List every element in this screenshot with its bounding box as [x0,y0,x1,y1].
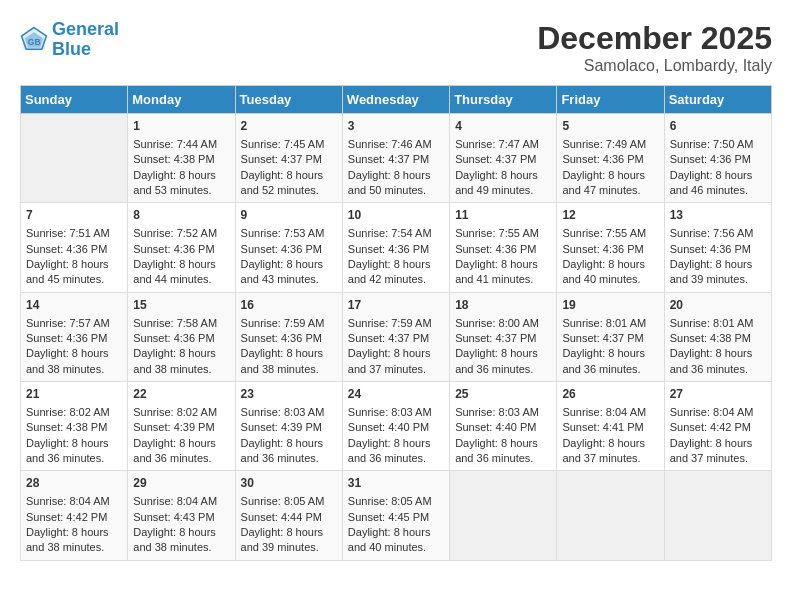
sunset-text: Sunset: 4:36 PM [670,152,766,167]
sunrise-text: Sunrise: 8:02 AM [26,405,122,420]
daylight-text: Daylight: 8 hours and 47 minutes. [562,168,658,199]
daylight-text: Daylight: 8 hours and 49 minutes. [455,168,551,199]
sunset-text: Sunset: 4:37 PM [241,152,337,167]
calendar-cell: 7Sunrise: 7:51 AMSunset: 4:36 PMDaylight… [21,203,128,292]
sunrise-text: Sunrise: 8:03 AM [348,405,444,420]
sunset-text: Sunset: 4:36 PM [562,152,658,167]
calendar-cell: 2Sunrise: 7:45 AMSunset: 4:37 PMDaylight… [235,114,342,203]
sunrise-text: Sunrise: 8:00 AM [455,316,551,331]
calendar-cell: 13Sunrise: 7:56 AMSunset: 4:36 PMDayligh… [664,203,771,292]
sunrise-text: Sunrise: 8:03 AM [455,405,551,420]
day-number: 24 [348,386,444,403]
day-number: 4 [455,118,551,135]
sunset-text: Sunset: 4:37 PM [348,331,444,346]
sunrise-text: Sunrise: 8:04 AM [562,405,658,420]
daylight-text: Daylight: 8 hours and 53 minutes. [133,168,229,199]
sunset-text: Sunset: 4:36 PM [241,242,337,257]
daylight-text: Daylight: 8 hours and 42 minutes. [348,257,444,288]
daylight-text: Daylight: 8 hours and 40 minutes. [348,525,444,556]
calendar-cell: 25Sunrise: 8:03 AMSunset: 4:40 PMDayligh… [450,382,557,471]
day-number: 10 [348,207,444,224]
daylight-text: Daylight: 8 hours and 39 minutes. [241,525,337,556]
sunrise-text: Sunrise: 7:53 AM [241,226,337,241]
sunset-text: Sunset: 4:36 PM [348,242,444,257]
daylight-text: Daylight: 8 hours and 39 minutes. [670,257,766,288]
day-number: 8 [133,207,229,224]
sunset-text: Sunset: 4:44 PM [241,510,337,525]
daylight-text: Daylight: 8 hours and 36 minutes. [348,436,444,467]
day-number: 28 [26,475,122,492]
calendar-cell: 19Sunrise: 8:01 AMSunset: 4:37 PMDayligh… [557,292,664,381]
day-number: 7 [26,207,122,224]
daylight-text: Daylight: 8 hours and 38 minutes. [133,346,229,377]
calendar-week-row: 28Sunrise: 8:04 AMSunset: 4:42 PMDayligh… [21,471,772,560]
location-title: Samolaco, Lombardy, Italy [537,57,772,75]
calendar-week-row: 1Sunrise: 7:44 AMSunset: 4:38 PMDaylight… [21,114,772,203]
calendar-cell: 20Sunrise: 8:01 AMSunset: 4:38 PMDayligh… [664,292,771,381]
sunset-text: Sunset: 4:36 PM [26,331,122,346]
day-number: 14 [26,297,122,314]
day-number: 12 [562,207,658,224]
sunset-text: Sunset: 4:36 PM [26,242,122,257]
sunset-text: Sunset: 4:36 PM [133,331,229,346]
sunrise-text: Sunrise: 7:59 AM [241,316,337,331]
day-number: 29 [133,475,229,492]
day-number: 9 [241,207,337,224]
sunset-text: Sunset: 4:41 PM [562,420,658,435]
calendar-cell: 24Sunrise: 8:03 AMSunset: 4:40 PMDayligh… [342,382,449,471]
sunset-text: Sunset: 4:42 PM [670,420,766,435]
calendar-cell: 15Sunrise: 7:58 AMSunset: 4:36 PMDayligh… [128,292,235,381]
title-area: December 2025 Samolaco, Lombardy, Italy [537,20,772,75]
daylight-text: Daylight: 8 hours and 37 minutes. [670,436,766,467]
sunset-text: Sunset: 4:43 PM [133,510,229,525]
sunrise-text: Sunrise: 8:04 AM [26,494,122,509]
calendar-cell: 21Sunrise: 8:02 AMSunset: 4:38 PMDayligh… [21,382,128,471]
sunrise-text: Sunrise: 8:02 AM [133,405,229,420]
calendar-cell: 3Sunrise: 7:46 AMSunset: 4:37 PMDaylight… [342,114,449,203]
daylight-text: Daylight: 8 hours and 38 minutes. [241,346,337,377]
sunset-text: Sunset: 4:38 PM [26,420,122,435]
calendar-cell: 6Sunrise: 7:50 AMSunset: 4:36 PMDaylight… [664,114,771,203]
calendar-header-row: SundayMondayTuesdayWednesdayThursdayFrid… [21,86,772,114]
daylight-text: Daylight: 8 hours and 37 minutes. [348,346,444,377]
sunset-text: Sunset: 4:37 PM [455,152,551,167]
sunrise-text: Sunrise: 7:54 AM [348,226,444,241]
day-number: 16 [241,297,337,314]
calendar-cell: 27Sunrise: 8:04 AMSunset: 4:42 PMDayligh… [664,382,771,471]
header-day-monday: Monday [128,86,235,114]
sunrise-text: Sunrise: 7:59 AM [348,316,444,331]
calendar-cell: 16Sunrise: 7:59 AMSunset: 4:36 PMDayligh… [235,292,342,381]
logo-line1: General [52,19,119,39]
sunset-text: Sunset: 4:37 PM [562,331,658,346]
calendar-cell [450,471,557,560]
svg-text:GB: GB [28,36,41,46]
daylight-text: Daylight: 8 hours and 40 minutes. [562,257,658,288]
day-number: 1 [133,118,229,135]
calendar-table: SundayMondayTuesdayWednesdayThursdayFrid… [20,85,772,561]
daylight-text: Daylight: 8 hours and 36 minutes. [670,346,766,377]
sunset-text: Sunset: 4:38 PM [133,152,229,167]
calendar-cell: 31Sunrise: 8:05 AMSunset: 4:45 PMDayligh… [342,471,449,560]
daylight-text: Daylight: 8 hours and 36 minutes. [562,346,658,377]
calendar-cell: 30Sunrise: 8:05 AMSunset: 4:44 PMDayligh… [235,471,342,560]
daylight-text: Daylight: 8 hours and 38 minutes. [26,525,122,556]
sunrise-text: Sunrise: 7:47 AM [455,137,551,152]
sunrise-text: Sunrise: 7:46 AM [348,137,444,152]
day-number: 5 [562,118,658,135]
day-number: 3 [348,118,444,135]
sunrise-text: Sunrise: 8:05 AM [348,494,444,509]
day-number: 6 [670,118,766,135]
sunrise-text: Sunrise: 7:50 AM [670,137,766,152]
sunset-text: Sunset: 4:36 PM [241,331,337,346]
sunrise-text: Sunrise: 8:04 AM [133,494,229,509]
header-day-tuesday: Tuesday [235,86,342,114]
day-number: 20 [670,297,766,314]
day-number: 18 [455,297,551,314]
calendar-cell: 12Sunrise: 7:55 AMSunset: 4:36 PMDayligh… [557,203,664,292]
sunset-text: Sunset: 4:36 PM [133,242,229,257]
sunset-text: Sunset: 4:39 PM [133,420,229,435]
sunrise-text: Sunrise: 7:58 AM [133,316,229,331]
sunset-text: Sunset: 4:36 PM [455,242,551,257]
calendar-cell: 8Sunrise: 7:52 AMSunset: 4:36 PMDaylight… [128,203,235,292]
calendar-cell [664,471,771,560]
